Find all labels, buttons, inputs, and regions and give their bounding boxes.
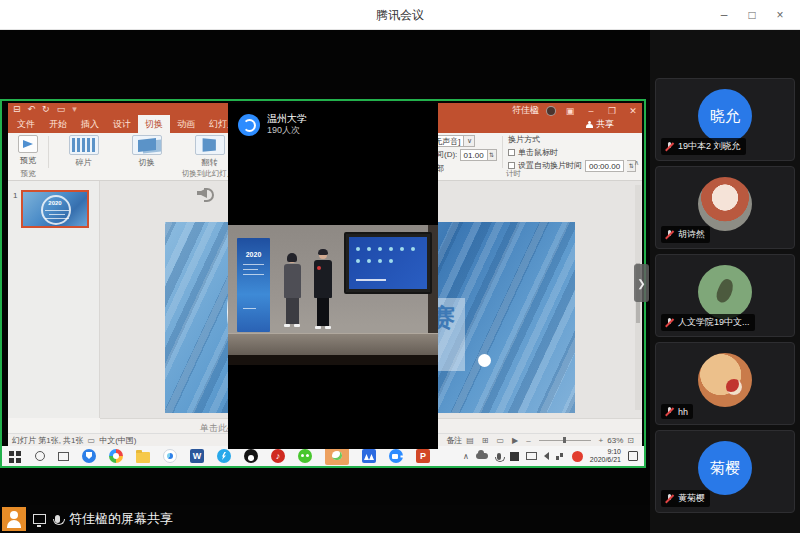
- wechat-icon[interactable]: [298, 449, 312, 463]
- reading-view-icon[interactable]: ▭: [496, 436, 504, 445]
- on-click-checkbox[interactable]: [508, 149, 515, 156]
- participants-sidebar: 晓允 19中本2 刘晓允 胡诗然 人文学院19中文...: [650, 30, 800, 533]
- tab-design[interactable]: 设计: [106, 115, 138, 133]
- search-icon[interactable]: [35, 451, 45, 461]
- transition-shred[interactable]: 碎片: [52, 135, 115, 168]
- share-banner-text: 符佳楹的屏幕共享: [69, 510, 173, 528]
- action-center-icon[interactable]: [628, 451, 638, 461]
- mic-muted-icon: [664, 406, 675, 417]
- netdisk-icon[interactable]: [163, 449, 177, 463]
- auto-advance-checkbox[interactable]: [508, 162, 515, 169]
- fit-window-icon[interactable]: ⊡: [627, 436, 634, 445]
- ppt-share-button[interactable]: 共享: [586, 118, 614, 131]
- chevron-down-icon[interactable]: ∨: [464, 135, 475, 147]
- sound-duration-group: [无声音] ∨ 时间(D): 01.00 ⇅ 全部: [428, 134, 497, 176]
- participant-tile[interactable]: 菊樱 黄菊樱: [655, 430, 795, 513]
- duration-input[interactable]: 01.00: [460, 149, 488, 161]
- person-icon: [586, 121, 593, 129]
- sharer-avatar-icon: [2, 507, 26, 531]
- slideshow-view-icon[interactable]: ▶: [512, 436, 518, 445]
- ribbon-collapse-icon[interactable]: ∧: [634, 159, 639, 167]
- tab-insert[interactable]: 插入: [74, 115, 106, 133]
- red-tray-icon[interactable]: [572, 451, 583, 462]
- browser-wheel-icon[interactable]: [109, 449, 123, 463]
- ime-tray-icon[interactable]: [510, 452, 519, 461]
- ppt-user-avatar[interactable]: [546, 106, 556, 116]
- powerpoint-icon[interactable]: P: [416, 449, 430, 463]
- overlay-org-name: 温州大学: [267, 113, 307, 125]
- security-shield-icon[interactable]: [82, 449, 96, 463]
- cloud-tray-icon[interactable]: [476, 453, 488, 459]
- close-button[interactable]: ×: [766, 8, 794, 22]
- ppt-close-button[interactable]: ✕: [626, 106, 640, 116]
- ppt-minimize-button[interactable]: –: [584, 106, 598, 116]
- accessibility-icon: ▭: [88, 436, 96, 445]
- slide-thumbnail[interactable]: 2020: [21, 190, 89, 228]
- normal-view-icon[interactable]: ▤: [466, 436, 474, 445]
- slideshow-icon[interactable]: ▭: [57, 104, 66, 114]
- preview-button[interactable]: 预览: [12, 135, 44, 166]
- tab-transitions[interactable]: 切换: [138, 115, 170, 133]
- participant-tile[interactable]: 人文学院19中文...: [655, 254, 795, 337]
- participant-tile[interactable]: 胡诗然: [655, 166, 795, 249]
- system-tray: ∧ 9:10 2020/6/21: [463, 448, 638, 464]
- overlay-header: 温州大学 190人次: [238, 113, 307, 136]
- auto-advance-time-input[interactable]: 00:00.00: [585, 160, 624, 172]
- music-app-icon[interactable]: [271, 449, 285, 463]
- app-titlebar: 腾讯会议 – □ ×: [0, 0, 800, 30]
- redo-icon[interactable]: ↻: [42, 104, 50, 114]
- slide-sorter-icon[interactable]: ⊞: [482, 436, 489, 445]
- zoom-in-icon[interactable]: +: [599, 436, 604, 445]
- tab-animations[interactable]: 动画: [170, 115, 202, 133]
- mic-tray-icon[interactable]: [497, 453, 501, 460]
- timing-group-label: 计时: [506, 169, 546, 179]
- mic-muted-icon: [664, 493, 675, 504]
- status-language[interactable]: 中文(中国): [99, 435, 136, 446]
- network-tray-icon[interactable]: [556, 452, 565, 460]
- sidebar-collapse-chevron-icon[interactable]: ❯: [634, 264, 649, 302]
- flip-icon: [195, 135, 225, 155]
- undo-icon[interactable]: ↶: [28, 104, 36, 114]
- participant-tile[interactable]: 晓允 19中本2 刘晓允: [655, 78, 795, 161]
- minimize-button[interactable]: –: [710, 8, 738, 22]
- volume-tray-icon[interactable]: [544, 452, 549, 460]
- mic-muted-icon: [664, 229, 675, 240]
- overlay-viewer-count: 190人次: [267, 125, 307, 136]
- participant-tile[interactable]: hh: [655, 342, 795, 425]
- transition-switch[interactable]: 切换: [115, 135, 178, 168]
- hidden-icons-chevron[interactable]: ∧: [463, 452, 469, 461]
- blue-app-icon[interactable]: [217, 449, 231, 463]
- audio-speaker-icon[interactable]: [195, 183, 217, 203]
- tencent-meeting-icon[interactable]: [389, 449, 403, 463]
- active-app-orange-icon[interactable]: [325, 447, 349, 465]
- ppt-restore-button[interactable]: ❐: [605, 106, 619, 116]
- save-icon[interactable]: ⊟: [13, 104, 21, 114]
- stage-video: 2020: [228, 225, 438, 365]
- participant-name-badge: 人文学院19中文...: [661, 314, 755, 331]
- tab-home[interactable]: 开始: [42, 115, 74, 133]
- video-overlay-window[interactable]: 温州大学 190人次 2020: [228, 103, 438, 449]
- qq-icon[interactable]: [244, 449, 258, 463]
- file-explorer-icon[interactable]: [136, 452, 150, 463]
- slide-thumbnails-panel[interactable]: 1 2020: [8, 181, 100, 418]
- duration-spinner[interactable]: ⇅: [488, 149, 497, 161]
- status-slide-info: 幻灯片 第1张, 共1张: [12, 435, 84, 446]
- task-view-icon[interactable]: [58, 452, 69, 461]
- word-icon[interactable]: W: [190, 449, 204, 463]
- start-button-icon[interactable]: [9, 451, 14, 456]
- tab-file[interactable]: 文件: [10, 115, 42, 133]
- notes-toggle-button[interactable]: 备注: [446, 435, 462, 446]
- zoom-level[interactable]: 63%: [607, 436, 623, 445]
- qat-customize-icon[interactable]: ▾: [72, 104, 77, 114]
- maximize-button[interactable]: □: [738, 8, 766, 22]
- taskbar-clock[interactable]: 9:10 2020/6/21: [590, 448, 621, 464]
- zoom-out-icon[interactable]: –: [526, 436, 530, 445]
- wegame-icon[interactable]: [362, 449, 376, 463]
- presenter-right: [312, 251, 334, 329]
- participant-name-badge: 黄菊樱: [661, 490, 710, 507]
- ribbon-display-icon[interactable]: ▣: [563, 106, 577, 116]
- mic-muted-icon: [664, 141, 675, 152]
- zoom-slider[interactable]: [539, 440, 591, 441]
- tencent-meeting-window: 腾讯会议 – □ × ⊟ ↶ ↻ ▭ ▾ 符佳楹 ▣: [0, 0, 800, 533]
- display-tray-icon[interactable]: [526, 452, 537, 460]
